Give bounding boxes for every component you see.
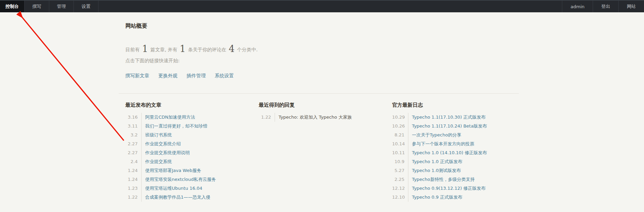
stats-text: 目前有 [126,47,140,52]
nav-tab-write[interactable]: 撰写 [25,1,49,12]
post-date: 1.22 [126,193,141,202]
comment-text: Typecho: 欢迎加入 Typecho 大家族 [275,113,352,122]
post-link[interactable]: 阿里云CDN加速使用方法 [141,113,195,122]
news-link[interactable]: 参与下一个版本开发方向的投票 [408,140,474,148]
site-stats-line: 目前有1篇文章, 并有1条关于你的评论在4个分类中. [122,43,522,55]
news-date: 2.25 [392,175,408,184]
list-item: 2.27 作业提交系统使用说明 [126,148,255,157]
post-link[interactable]: 作业提交系统使用说明 [141,148,190,157]
list-item: 5.27 Typecho 1.0测试版发布 [392,166,522,175]
news-date: 10.14 [392,140,408,148]
news-date: 8.21 [392,131,408,140]
news-link[interactable]: Typecho 1.1(17.10.30) 正式版发布 [408,113,486,122]
news-date: 10.9 [392,157,408,166]
link-plugin-manage[interactable]: 插件管理 [186,73,206,78]
nav-user-admin[interactable]: admin [562,1,593,12]
quickstart-links: 撰写新文章 更换外观 插件管理 系统设置 [122,73,522,79]
nav-logout-link[interactable]: 登出 [593,1,618,12]
list-item: 3.2 班级订书系统 [126,131,255,140]
news-link[interactable]: Typecho 0.9 正式版发布 [408,193,462,202]
news-link[interactable]: Typecho 1.1(17.10.24) Beta版发布 [408,122,487,131]
news-link[interactable]: Typecho 1.0 正式版发布 [408,157,462,166]
post-link[interactable]: 使用宝塔安装nextcloud私有云服务 [141,175,216,184]
news-link[interactable]: Typecho新特性，多级分类支持 [408,175,475,184]
list-item: 10.9 Typecho 1.0 正式版发布 [392,157,522,166]
post-date: 1.24 [126,175,141,184]
list-item: 12.12 Typecho 0.9(13.12.12) 修正版发布 [392,184,522,193]
post-link[interactable]: 班级订书系统 [141,131,172,140]
news-date: 10.26 [392,122,408,131]
recent-comments-list: 1.22 Typecho: 欢迎加入 Typecho 大家族 [259,113,389,122]
recent-posts-column: 最近发布的文章 3.16 阿里云CDN加速使用方法 3.11 我们一直过得更好，… [122,102,255,202]
list-item: 10.14 参与下一个版本开发方向的投票 [392,140,522,148]
post-date: 2.27 [126,140,141,148]
post-link[interactable]: 使用宝塔运维Ubuntu 16.04 [141,184,202,193]
dashboard-columns: 最近发布的文章 3.16 阿里云CDN加速使用方法 3.11 我们一直过得更好，… [122,102,522,202]
list-item: 1.22 Typecho: 欢迎加入 Typecho 大家族 [259,113,389,122]
link-change-theme[interactable]: 更换外观 [158,73,178,78]
list-item: 1.22 合成案例教学作品1——恐龙入侵 [126,193,255,202]
post-link[interactable]: 作业提交系统介绍 [141,140,181,148]
link-write-new-post[interactable]: 撰写新文章 [126,73,149,78]
post-date: 3.2 [126,131,141,140]
official-news-title: 官方最新日志 [392,102,522,108]
nav-site-link[interactable]: 网站 [618,1,644,12]
nav-tab-manage[interactable]: 管理 [49,1,74,12]
nav-tab-console[interactable]: 控制台 [0,1,25,12]
post-link[interactable]: 作业提交系统 [141,157,172,166]
list-item: 12.10 Typecho 0.9 正式版发布 [392,193,522,202]
stat-post-count: 1 [142,43,148,54]
post-date: 3.11 [126,122,141,131]
comment-date: 1.22 [259,113,275,122]
news-date: 10.11 [392,148,408,157]
news-date: 12.10 [392,193,408,202]
stats-text: 篇文章, 并有 [150,47,178,52]
list-item: 3.16 阿里云CDN加速使用方法 [126,113,255,122]
list-item: 1.24 使用宝塔部署Java Web服务 [126,166,255,175]
news-date: 12.12 [392,184,408,193]
list-item: 3.11 我们一直过得更好，却不知珍惜 [126,122,255,131]
section-divider [119,93,519,94]
recent-comments-column: 最近得到的回复 1.22 Typecho: 欢迎加入 Typecho 大家族 [255,102,389,202]
post-date: 2.27 [126,148,141,157]
list-item: 2.25 Typecho新特性，多级分类支持 [392,175,522,184]
news-link[interactable]: 一次关于Typecho的分享 [408,131,461,140]
list-item: 10.26 Typecho 1.1(17.10.24) Beta版发布 [392,122,522,131]
link-system-settings[interactable]: 系统设置 [215,73,234,78]
quickstart-label: 点击下面的链接快速开始: [122,58,522,64]
recent-comments-title: 最近得到的回复 [259,102,389,108]
nav-tab-settings[interactable]: 设置 [74,1,98,12]
stat-category-count: 4 [229,43,235,54]
post-date: 2.4 [126,157,141,166]
recent-posts-title: 最近发布的文章 [126,102,255,108]
list-item: 2.27 作业提交系统介绍 [126,140,255,148]
news-date: 10.29 [392,113,408,122]
news-link[interactable]: Typecho 1.0测试版发布 [408,166,461,175]
list-item: 10.29 Typecho 1.1(17.10.30) 正式版发布 [392,113,522,122]
page-title: 网站概要 [122,23,522,30]
recent-posts-list: 3.16 阿里云CDN加速使用方法 3.11 我们一直过得更好，却不知珍惜 3.… [126,113,255,202]
list-item: 1.23 使用宝塔运维Ubuntu 16.04 [126,184,255,193]
stats-text: 个分类中. [237,47,258,52]
list-item: 10.11 Typecho 1.0 (14.10.10) 修正版发布 [392,148,522,157]
top-navbar: 控制台 撰写 管理 设置 admin 登出 网站 [0,0,644,12]
news-link[interactable]: Typecho 0.9(13.12.12) 修正版发布 [408,184,486,193]
news-link[interactable]: Typecho 1.0 (14.10.10) 修正版发布 [408,148,487,157]
navbar-right-group: admin 登出 网站 [562,1,644,12]
post-date: 3.16 [126,113,141,122]
official-news-list: 10.29 Typecho 1.1(17.10.30) 正式版发布 10.26 … [392,113,522,202]
news-date: 5.27 [392,166,408,175]
stat-comment-count: 1 [180,43,186,54]
official-news-column: 官方最新日志 10.29 Typecho 1.1(17.10.30) 正式版发布… [389,102,522,202]
dashboard-container: 网站概要 目前有1篇文章, 并有1条关于你的评论在4个分类中. 点击下面的链接快… [122,0,522,202]
post-link[interactable]: 我们一直过得更好，却不知珍惜 [141,122,208,131]
post-link[interactable]: 使用宝塔部署Java Web服务 [141,166,201,175]
list-item: 1.24 使用宝塔安装nextcloud私有云服务 [126,175,255,184]
post-date: 1.24 [126,166,141,175]
list-item: 2.4 作业提交系统 [126,157,255,166]
post-date: 1.23 [126,184,141,193]
post-link[interactable]: 合成案例教学作品1——恐龙入侵 [141,193,210,202]
list-item: 8.21 一次关于Typecho的分享 [392,131,522,140]
stats-text: 条关于你的评论在 [188,47,226,52]
